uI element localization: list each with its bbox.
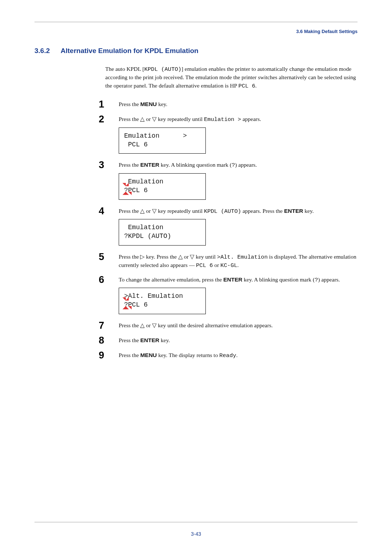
step-body-4: Press the △ or ▽ key repeatedly until KP… [119, 207, 358, 247]
step-number-6: 6 [99, 275, 119, 285]
blink-indicator-icon: ◢◣◥ [123, 191, 131, 195]
step-body-7: Press the △ or ▽ key until the desired a… [119, 321, 358, 329]
header-breadcrumb: 3.6 Making Default Settings [34, 29, 358, 34]
section-number: 3.6.2 [34, 47, 61, 55]
step-number-5: 5 [99, 252, 119, 262]
step-number-1: 1 [99, 100, 119, 109]
step-number-3: 3 [99, 160, 119, 170]
step-body-9: Press the MENU key. The display returns … [119, 351, 358, 360]
blink-indicator-icon: ◢◣◥ [123, 305, 131, 309]
step-body-2: Press the △ or ▽ key repeatedly until Em… [119, 115, 358, 155]
step-body-3: Press the ENTER key. A blinking question… [119, 161, 358, 201]
step-body-6: To change the alternative emulation, pre… [119, 276, 358, 316]
lcd-display-2: Emulation > PCL 6 [119, 127, 206, 154]
page-number: 3-43 [34, 531, 358, 537]
lcd-display-6: >Alt. Emulation ◥◢ ?PCL 6 ◢◣◥ [119, 288, 206, 314]
step-body-5: Press the ▷ key. Press the △ or ▽ key un… [119, 253, 358, 270]
step-body-1: Press the MENU key. [119, 100, 358, 108]
step-number-8: 8 [99, 336, 119, 345]
step-body-8: Press the ENTER key. [119, 336, 358, 344]
blink-indicator-icon: ◥◢ [123, 297, 128, 301]
section-title: Alternative Emulation for KPDL Emulation [61, 47, 199, 55]
intro-paragraph: The auto KPDL [KPDL (AUTO)] emulation en… [105, 65, 358, 90]
blink-indicator-icon: ◥◢ [123, 182, 128, 186]
step-number-4: 4 [99, 206, 119, 216]
lcd-display-4: Emulation ?KPDL (AUTO) [119, 219, 206, 246]
lcd-display-3: Emulation ◥◢ ?PCL 6 ◢◣◥ [119, 173, 206, 200]
step-number-7: 7 [99, 321, 119, 331]
step-number-2: 2 [99, 114, 119, 124]
step-number-9: 9 [99, 351, 119, 360]
